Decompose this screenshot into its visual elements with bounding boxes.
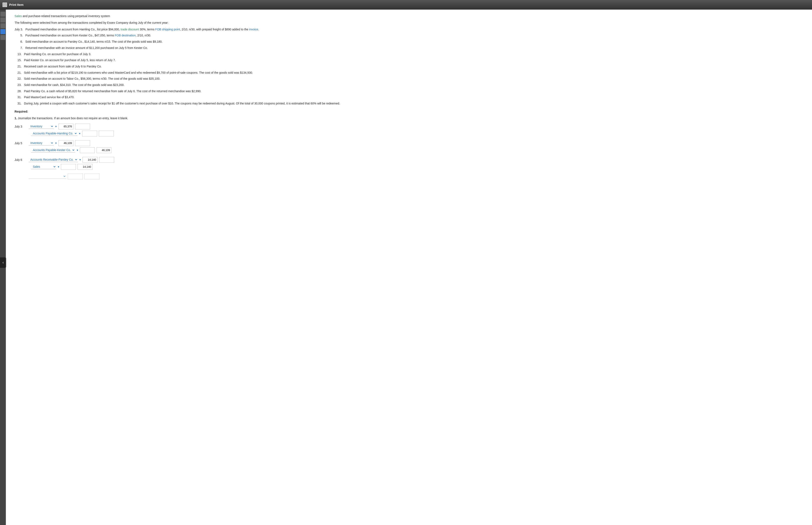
trade-discount-link[interactable]: trade discount xyxy=(121,28,139,31)
back-button[interactable]: ‹ xyxy=(0,257,6,268)
credit-input-july6-sales[interactable] xyxy=(78,164,93,170)
trans-num-6: 6. xyxy=(15,40,23,44)
dropdown-arrow-july3-credit[interactable]: ▾ xyxy=(79,132,80,135)
page-title: Print Item xyxy=(9,3,24,6)
context-text: The following were selected from among t… xyxy=(15,20,804,25)
credit-input-july6-ar[interactable] xyxy=(99,157,114,163)
journal-row-july3-credit: Accounts Payable-Hamling Co. ▾ xyxy=(15,131,804,136)
journal-date-july6: July 6 xyxy=(15,158,27,162)
title-bar: Print Item xyxy=(0,0,812,10)
debit-input-partial[interactable] xyxy=(68,174,83,179)
trans-num-7: 7. xyxy=(15,46,23,50)
journal-row-july6-debit: July 6 Accounts Receivable-Parsley Co. ▾ xyxy=(15,157,804,163)
instruction-text: 1. Journalize the transactions. If an am… xyxy=(15,116,804,120)
transaction-21a: 21. Received cash on account from sale o… xyxy=(15,64,804,69)
journal-entry-partial xyxy=(15,174,804,179)
debit-input-july3-inventory[interactable] xyxy=(59,124,74,130)
dropdown-arrow-july6-debit[interactable]: ▾ xyxy=(79,158,81,161)
journal-row-partial xyxy=(15,174,804,179)
trans-text-13: Paid Hamling Co. on account for purchase… xyxy=(24,52,804,57)
trans-num-23: 23. xyxy=(15,83,21,87)
invoice-link[interactable]: invoice xyxy=(249,28,258,31)
trans-text-31a: Paid MasterCard service fee of $3,470. xyxy=(24,95,804,100)
transaction-7: 7. Returned merchandise with an invoice … xyxy=(15,46,804,50)
trans-num-13: 13. xyxy=(15,52,21,57)
transaction-23: 23. Sold merchandise for cash, $34,310. … xyxy=(15,83,804,87)
trans-text-22: Sold merchandise on account to Tabor Co.… xyxy=(24,77,804,81)
credit-input-july3-ap[interactable] xyxy=(99,131,114,136)
transaction-22: 22. Sold merchandise on account to Tabor… xyxy=(15,77,804,81)
journal-entry-july6: July 6 Accounts Receivable-Parsley Co. ▾… xyxy=(15,157,804,170)
dropdown-arrow-july6-credit[interactable]: ▾ xyxy=(58,165,59,168)
debit-input-july5-inventory[interactable] xyxy=(59,140,74,146)
credit-input-partial[interactable] xyxy=(84,174,99,179)
trans-text-28: Paid Parsley Co. a cash refund of $5,820… xyxy=(24,89,804,94)
account-select-sales-july6[interactable]: Sales xyxy=(31,164,56,169)
journal-entry-july5: July 5 Inventory ▾ Accounts Payable-Kest… xyxy=(15,140,804,153)
transaction-31a: 31. Paid MasterCard service fee of $3,47… xyxy=(15,95,804,100)
debit-input-july3-ap[interactable] xyxy=(82,131,97,136)
transaction-31b: 31. During July, printed a coupon with e… xyxy=(15,101,804,106)
debit-input-july5-ap[interactable] xyxy=(80,147,95,153)
sidebar-item-4[interactable] xyxy=(0,29,5,34)
account-select-inventory-july5[interactable]: Inventory xyxy=(29,141,54,146)
account-select-ap-hamling[interactable]: Accounts Payable-Hamling Co. xyxy=(31,131,77,136)
intro-paragraph: Sales and purchase-related transactions … xyxy=(15,14,804,18)
dropdown-arrow-july5-debit[interactable]: ▾ xyxy=(55,141,57,145)
trans-num-21a: 21. xyxy=(15,64,21,69)
debit-input-july6-sales[interactable] xyxy=(61,164,76,170)
trans-text-21b: Sold merchandise with a list price of $2… xyxy=(24,71,804,75)
intro-suffix: and purchase-related transactions using … xyxy=(22,14,110,18)
trans-text-july3: Purchased merchandise on account from Ha… xyxy=(25,27,804,32)
journal-row-july5-debit: July 5 Inventory ▾ xyxy=(15,140,804,146)
transaction-15: 15. Paid Kester Co. on account for purch… xyxy=(15,58,804,63)
account-select-partial[interactable] xyxy=(29,174,66,179)
trans-text-5: Purchased merchandise on account from Ke… xyxy=(25,33,804,38)
sidebar-item-5[interactable] xyxy=(0,35,5,40)
trans-num-28: 28. xyxy=(15,89,21,94)
account-select-ap-kester[interactable]: Accounts Payable-Kester Co. xyxy=(31,148,75,152)
fob-destination-link[interactable]: FOB destination xyxy=(115,34,136,37)
account-select-inventory-july3[interactable]: Inventory xyxy=(29,124,54,129)
credit-input-july3-inventory[interactable] xyxy=(75,124,90,130)
transaction-july3: July 3. Purchased merchandise on account… xyxy=(15,27,804,32)
trans-num-21b: 21. xyxy=(15,71,21,75)
transactions-list: July 3. Purchased merchandise on account… xyxy=(15,27,804,106)
instruction-body: Journalize the transactions. If an amoun… xyxy=(17,117,128,120)
trans-num-31b: 31. xyxy=(15,101,21,106)
journal-row-july5-credit: Accounts Payable-Kester Co. ▾ xyxy=(15,147,804,153)
account-select-ar-parsley[interactable]: Accounts Receivable-Parsley Co. xyxy=(29,157,78,162)
trans-text-23: Sold merchandise for cash, $34,310. The … xyxy=(24,83,804,87)
trans-text-31b: During July, printed a coupon with each … xyxy=(24,101,804,106)
required-section: Required: 1. Journalize the transactions… xyxy=(15,109,804,121)
sidebar-item-1[interactable] xyxy=(0,12,5,17)
journal-row-july3-debit: July 3 Inventory ▾ xyxy=(15,124,804,130)
dropdown-arrow-july3-debit[interactable]: ▾ xyxy=(55,125,57,128)
journal-entry-july3: July 3 Inventory ▾ Accounts Payable-Haml… xyxy=(15,124,804,136)
credit-input-july5-ap[interactable] xyxy=(96,147,111,153)
trans-num-31a: 31. xyxy=(15,95,21,100)
journal-date-july5: July 5 xyxy=(15,141,27,145)
title-bar-icon xyxy=(2,2,7,7)
transaction-6: 6. Sold merchandise on account to Parsle… xyxy=(15,40,804,44)
debit-input-july6-ar[interactable] xyxy=(82,157,97,163)
journal-table: July 3 Inventory ▾ Accounts Payable-Haml… xyxy=(15,124,804,179)
journal-row-july6-credit: Sales ▾ xyxy=(15,164,804,170)
main-content: Sales and purchase-related transactions … xyxy=(6,10,812,525)
credit-input-july5-inventory[interactable] xyxy=(75,140,90,146)
journal-date-july3: July 3 xyxy=(15,125,27,128)
trans-num-5: 5. xyxy=(15,33,23,38)
dropdown-arrow-july5-credit[interactable]: ▾ xyxy=(77,149,78,152)
fob-shipping-link[interactable]: FOB shipping point xyxy=(155,28,180,31)
trans-text-21a: Received cash on account from sale of Ju… xyxy=(24,64,804,69)
trans-num-22: 22. xyxy=(15,77,21,81)
trans-text-6: Sold merchandise on account to Parsley C… xyxy=(25,40,804,44)
transaction-13: 13. Paid Hamling Co. on account for purc… xyxy=(15,52,804,57)
trans-num-15: 15. xyxy=(15,58,21,63)
sidebar-item-2[interactable] xyxy=(0,17,5,22)
sales-link[interactable]: Sales xyxy=(15,14,22,18)
trans-text-15: Paid Kester Co. on account for purchase … xyxy=(24,58,804,63)
required-label: Required: xyxy=(15,110,28,113)
trans-num-july3: July 3. xyxy=(15,27,23,32)
sidebar-item-3[interactable] xyxy=(0,23,5,28)
